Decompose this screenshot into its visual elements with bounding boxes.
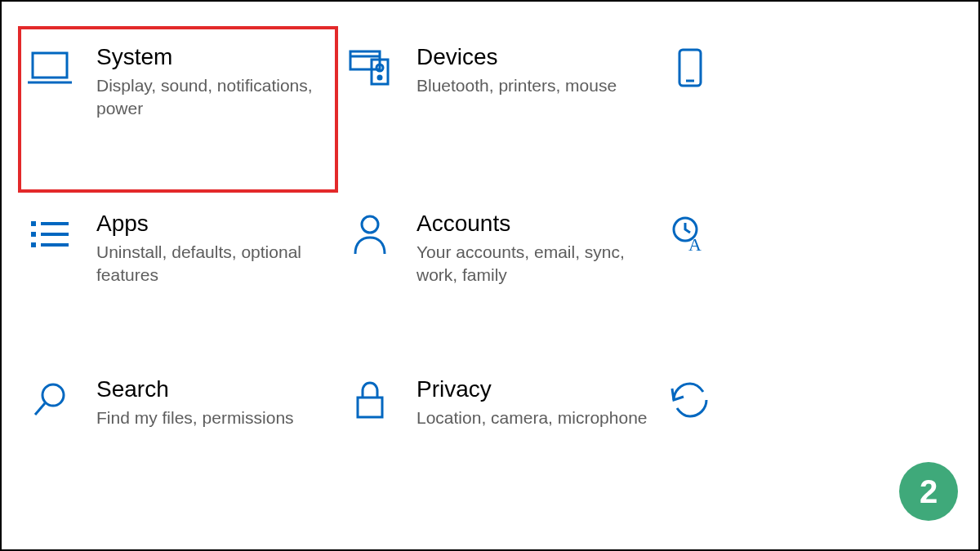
category-search[interactable]: Search Find my files, permissions (18, 358, 338, 525)
lock-icon (346, 376, 394, 424)
category-text: Privacy Location, camera, microphone (416, 375, 650, 429)
category-desc: Find my files, permissions (96, 407, 330, 429)
category-title: Apps (96, 209, 330, 238)
category-apps[interactable]: Apps Uninstall, defaults, optional featu… (18, 193, 338, 359)
category-desc: Uninstall, defaults, optional features (96, 241, 330, 287)
laptop-icon (26, 44, 74, 91)
category-text (737, 42, 970, 46)
svg-rect-20 (358, 398, 382, 417)
category-text: Search Find my files, permissions (96, 375, 330, 429)
svg-rect-11 (31, 242, 36, 247)
svg-rect-9 (31, 221, 36, 226)
svg-rect-0 (33, 53, 67, 78)
step-number: 2 (920, 473, 938, 510)
category-system[interactable]: System Display, sound, notifications, po… (18, 26, 338, 193)
update-sync-icon (666, 376, 714, 424)
category-desc: Location, camera, microphone (416, 407, 650, 429)
category-text (737, 375, 970, 378)
category-desc: Display, sound, notifications, power (96, 74, 330, 121)
category-desc: Your accounts, email, sync, work, family (416, 241, 650, 287)
settings-categories-grid: System Display, sound, notifications, po… (2, 2, 978, 549)
apps-list-icon (26, 211, 74, 258)
category-text: Devices Bluetooth, printers, mouse (416, 42, 650, 97)
category-phone-partial[interactable] (658, 26, 978, 193)
category-desc: Bluetooth, printers, mouse (416, 74, 650, 97)
category-text: Accounts Your accounts, email, sync, wor… (416, 209, 650, 287)
category-title: Accounts (416, 209, 650, 238)
svg-point-18 (42, 384, 64, 406)
category-text: System Display, sound, notifications, po… (96, 42, 330, 121)
svg-line-19 (35, 403, 45, 415)
step-number-badge: 2 (899, 462, 958, 521)
devices-icon (346, 44, 394, 91)
time-language-icon: A (666, 211, 714, 258)
person-icon (346, 211, 394, 258)
category-time-language-partial[interactable]: A (658, 193, 978, 359)
svg-rect-10 (31, 232, 36, 237)
category-title: Search (96, 375, 330, 403)
svg-text:A: A (688, 234, 702, 254)
category-privacy[interactable]: Privacy Location, camera, microphone (338, 358, 658, 525)
svg-point-6 (378, 76, 381, 79)
category-devices[interactable]: Devices Bluetooth, printers, mouse (338, 26, 658, 193)
category-text: Apps Uninstall, defaults, optional featu… (96, 209, 330, 287)
phone-icon (666, 44, 714, 91)
category-accounts[interactable]: Accounts Your accounts, email, sync, wor… (338, 193, 658, 359)
category-title: Devices (416, 42, 650, 71)
category-title: System (96, 42, 330, 71)
category-title: Privacy (416, 375, 650, 403)
search-icon (26, 376, 74, 424)
category-text (737, 209, 970, 212)
svg-point-15 (362, 216, 378, 233)
